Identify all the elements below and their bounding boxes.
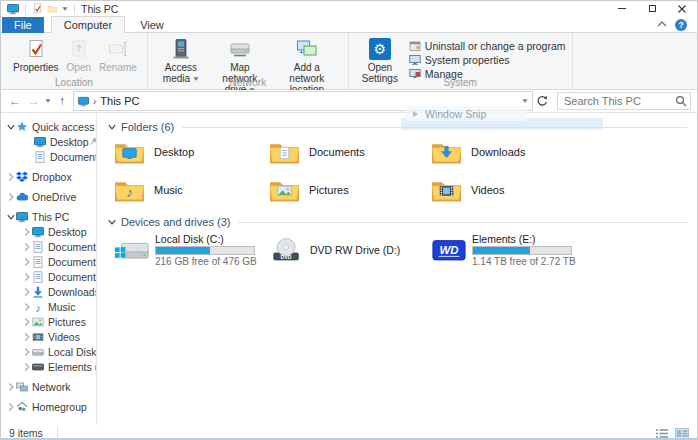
chevron-collapsed-icon[interactable] bbox=[22, 242, 32, 252]
tab-computer[interactable]: Computer bbox=[51, 16, 125, 33]
sidebar-item-onedrive[interactable]: OneDrive bbox=[1, 189, 96, 204]
sidebar-item-documents[interactable]: Documents bbox=[1, 239, 96, 254]
maximize-button[interactable] bbox=[637, 1, 667, 16]
qat-customize-arrow-icon[interactable] bbox=[62, 7, 67, 10]
sidebar-item-quick-access[interactable]: Quick access bbox=[1, 119, 96, 134]
document-icon bbox=[32, 241, 44, 253]
sidebar-item-videos[interactable]: Videos bbox=[1, 329, 96, 344]
system-properties-button[interactable]: System properties bbox=[409, 53, 566, 67]
capacity-bar bbox=[155, 246, 255, 255]
properties-icon bbox=[26, 39, 46, 59]
chevron-collapsed-icon[interactable] bbox=[22, 317, 32, 327]
chevron-expanded-icon[interactable] bbox=[107, 122, 117, 132]
onedrive-cloud-icon bbox=[16, 191, 28, 203]
properties-button[interactable]: Properties bbox=[10, 35, 62, 75]
document-icon bbox=[32, 271, 44, 283]
chevron-collapsed-icon[interactable] bbox=[22, 362, 32, 372]
sidebar-item-dropbox[interactable]: Dropbox bbox=[1, 169, 96, 184]
sidebar-item-music[interactable]: Music bbox=[1, 299, 96, 314]
document-icon bbox=[34, 151, 46, 163]
address-dropdown-arrow-icon[interactable] bbox=[522, 99, 527, 102]
large-icons-view-icon[interactable] bbox=[675, 428, 689, 439]
sidebar-item-downloads[interactable]: Downloads bbox=[1, 284, 96, 299]
back-button[interactable]: ← bbox=[7, 94, 23, 108]
ribbon-group-system: ⚙ Open Settings Uninstall or change a pr… bbox=[349, 33, 573, 89]
search-input[interactable] bbox=[557, 92, 691, 110]
search-icon[interactable] bbox=[675, 95, 687, 107]
chevron-collapsed-icon[interactable] bbox=[22, 227, 32, 237]
folder-tile-music[interactable]: Music bbox=[113, 175, 268, 204]
videos-folder-icon bbox=[430, 176, 463, 203]
chevron-collapsed-icon[interactable] bbox=[6, 402, 16, 412]
sidebar-item-documents[interactable]: Documents bbox=[1, 254, 96, 269]
pin-icon bbox=[89, 137, 97, 146]
breadcrumb[interactable]: This PC bbox=[100, 95, 139, 107]
details-view-icon[interactable] bbox=[655, 428, 669, 439]
quick-access-star-icon bbox=[16, 121, 28, 133]
refresh-button[interactable] bbox=[536, 95, 554, 107]
chevron-expanded-icon[interactable] bbox=[6, 122, 16, 132]
uninstall-program-button[interactable]: Uninstall or change a program bbox=[409, 39, 566, 53]
folder-tile-documents[interactable]: Documents bbox=[268, 137, 430, 166]
chevron-collapsed-icon[interactable] bbox=[22, 332, 32, 342]
chevron-collapsed-icon[interactable] bbox=[22, 347, 32, 357]
rename-button[interactable]: Rename bbox=[96, 35, 140, 75]
close-button[interactable] bbox=[667, 1, 697, 16]
help-icon[interactable]: ? bbox=[675, 19, 687, 31]
documents-folder-icon bbox=[268, 138, 301, 165]
collapse-ribbon-icon[interactable] bbox=[657, 21, 667, 27]
capacity-bar-fill bbox=[156, 247, 210, 254]
document-icon bbox=[32, 256, 44, 268]
sidebar-item-desktop-pinned[interactable]: Desktop bbox=[1, 134, 96, 149]
open-button[interactable]: Open bbox=[64, 35, 94, 75]
this-pc-icon[interactable] bbox=[7, 3, 19, 15]
chevron-collapsed-icon[interactable] bbox=[6, 192, 16, 202]
drive-tile-local-disk-c[interactable]: Local Disk (C:) 216 GB free of 476 GB bbox=[113, 234, 268, 266]
sidebar-item-homegroup[interactable]: Homegroup bbox=[1, 399, 96, 414]
drives-section-header[interactable]: Devices and drives (3) bbox=[107, 216, 687, 228]
wd-elements-drive-icon bbox=[430, 237, 468, 264]
group-label-network: Network bbox=[148, 77, 348, 88]
local-disk-icon bbox=[113, 237, 151, 264]
chevron-collapsed-icon[interactable] bbox=[22, 287, 32, 297]
folders-grid: Desktop Documents Downloads Music Pictur… bbox=[113, 137, 698, 204]
file-list-pane: Folders (6) Desktop Documents Downloads … bbox=[97, 113, 698, 425]
tab-file[interactable]: File bbox=[2, 17, 44, 34]
sidebar-item-documents-pinned[interactable]: Documents bbox=[1, 149, 96, 164]
folder-tile-desktop[interactable]: Desktop bbox=[113, 137, 268, 166]
navigation-pane: Quick access Desktop Documents Dropbox O… bbox=[1, 113, 97, 425]
sidebar-item-network[interactable]: Network bbox=[1, 379, 96, 394]
qat-properties-icon[interactable] bbox=[32, 3, 43, 14]
chevron-expanded-icon[interactable] bbox=[107, 217, 117, 227]
capacity-bar bbox=[472, 246, 572, 255]
ribbon: Properties Open Rename Location Access m… bbox=[1, 33, 697, 90]
chevron-collapsed-icon[interactable] bbox=[22, 302, 32, 312]
chevron-collapsed-icon[interactable] bbox=[6, 382, 16, 392]
tab-view[interactable]: View bbox=[128, 17, 176, 34]
title-bar: This PC bbox=[1, 1, 697, 16]
qat-new-folder-icon[interactable] bbox=[47, 3, 58, 14]
chevron-collapsed-icon[interactable] bbox=[6, 172, 16, 182]
recent-locations-arrow-icon[interactable] bbox=[45, 99, 50, 102]
divider bbox=[74, 4, 75, 14]
minimize-button[interactable] bbox=[607, 1, 637, 16]
folder-tile-videos[interactable]: Videos bbox=[430, 175, 698, 204]
sidebar-item-desktop[interactable]: Desktop bbox=[1, 224, 96, 239]
chevron-collapsed-icon[interactable] bbox=[22, 257, 32, 267]
drives-grid: Local Disk (C:) 216 GB free of 476 GB DV… bbox=[113, 234, 698, 266]
chevron-expanded-icon[interactable] bbox=[6, 212, 16, 222]
drive-tile-dvd-d[interactable]: DVD RW Drive (D:) bbox=[268, 234, 430, 266]
folder-tile-pictures[interactable]: Pictures bbox=[268, 175, 430, 204]
drive-tile-elements-e[interactable]: Elements (E:) 1.14 TB free of 2.72 TB bbox=[430, 234, 698, 266]
sidebar-item-documents[interactable]: Documents bbox=[1, 269, 96, 284]
forward-button[interactable]: → bbox=[26, 94, 42, 108]
sidebar-item-elements-e[interactable]: Elements (E:) bbox=[1, 359, 96, 374]
sidebar-item-local-disk-c[interactable]: Local Disk (C:) bbox=[1, 344, 96, 359]
up-button[interactable]: ↑ bbox=[54, 94, 70, 108]
folder-tile-downloads[interactable]: Downloads bbox=[430, 137, 698, 166]
sidebar-item-this-pc[interactable]: This PC bbox=[1, 209, 96, 224]
sidebar-item-pictures[interactable]: Pictures bbox=[1, 314, 96, 329]
chevron-collapsed-icon[interactable] bbox=[22, 272, 32, 282]
music-folder-icon bbox=[113, 176, 146, 203]
uninstall-icon bbox=[409, 40, 421, 52]
